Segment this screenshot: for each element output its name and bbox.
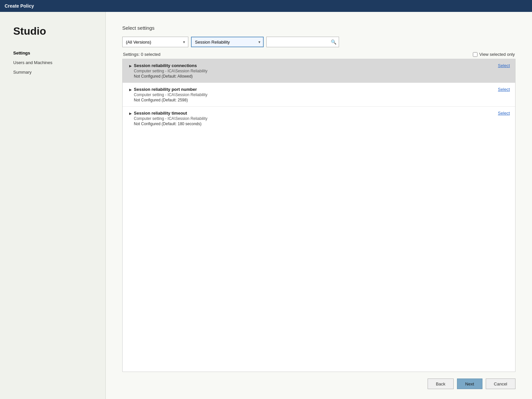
- select-link-1[interactable]: Select: [498, 63, 510, 68]
- category-dropdown[interactable]: Session Reliability ICA Bandwidth: [191, 37, 264, 47]
- expand-arrow-1: ▶: [129, 64, 132, 68]
- setting-item-1[interactable]: ▶ Session reliability connections Comput…: [123, 59, 515, 83]
- expand-arrow-3: ▶: [129, 112, 132, 115]
- settings-count: Settings: 0 selected: [123, 52, 160, 57]
- title-bar-label: Create Policy: [5, 3, 34, 9]
- setting-item-3-content: ▶ Session reliability timeout Computer s…: [129, 111, 208, 126]
- sidebar-item-summary[interactable]: Summary: [13, 70, 95, 75]
- search-input[interactable]: [266, 37, 339, 47]
- search-box-wrapper: 🔍: [266, 37, 339, 47]
- view-selected-checkbox[interactable]: [473, 52, 477, 57]
- setting-name-2: Session reliability port number: [134, 87, 208, 92]
- section-title: Select settings: [122, 25, 515, 31]
- content-area: Select settings (All Versions) XenApp 7.…: [106, 12, 532, 399]
- setting-item-3[interactable]: ▶ Session reliability timeout Computer s…: [123, 107, 515, 130]
- settings-bar: Settings: 0 selected View selected only: [122, 52, 515, 57]
- sidebar-item-settings[interactable]: Settings: [13, 51, 95, 55]
- setting-desc-3: Computer setting - ICA\Session Reliabili…: [134, 116, 208, 121]
- setting-desc-2: Computer setting - ICA\Session Reliabili…: [134, 92, 208, 97]
- setting-desc-1: Computer setting - ICA\Session Reliabili…: [134, 69, 208, 73]
- title-bar: Create Policy: [0, 0, 532, 12]
- setting-text-3: Session reliability timeout Computer set…: [134, 111, 208, 126]
- main-container: Studio Settings Users and Machines Summa…: [0, 12, 532, 399]
- sidebar-item-users-machines[interactable]: Users and Machines: [13, 60, 95, 65]
- view-selected-wrapper: View selected only: [473, 52, 515, 57]
- setting-text-1: Session reliability connections Computer…: [134, 63, 208, 79]
- setting-name-1: Session reliability connections: [134, 63, 208, 68]
- back-button[interactable]: Back: [428, 379, 454, 389]
- setting-status-3: Not Configured (Default: 180 seconds): [134, 122, 208, 126]
- sidebar-title: Studio: [13, 25, 95, 37]
- setting-item-1-content: ▶ Session reliability connections Comput…: [129, 63, 208, 79]
- expand-arrow-2: ▶: [129, 88, 132, 91]
- versions-dropdown-wrapper: (All Versions) XenApp 7.6 XenDesktop 7.6…: [122, 37, 188, 47]
- sidebar: Studio Settings Users and Machines Summa…: [0, 12, 106, 399]
- sidebar-nav: Settings Users and Machines Summary: [13, 51, 95, 75]
- versions-dropdown[interactable]: (All Versions) XenApp 7.6 XenDesktop 7.6: [122, 37, 188, 47]
- setting-item-2-content: ▶ Session reliability port number Comput…: [129, 87, 208, 102]
- setting-name-3: Session reliability timeout: [134, 111, 208, 116]
- select-link-2[interactable]: Select: [498, 87, 510, 92]
- view-selected-label: View selected only: [479, 52, 515, 57]
- footer-buttons: Back Next Cancel: [122, 372, 515, 389]
- next-button[interactable]: Next: [457, 379, 482, 389]
- setting-status-1: Not Configured (Default: Allowed): [134, 74, 208, 79]
- cancel-button[interactable]: Cancel: [486, 379, 515, 389]
- select-link-3[interactable]: Select: [498, 111, 510, 116]
- settings-list: ▶ Session reliability connections Comput…: [122, 59, 515, 372]
- category-dropdown-wrapper: Session Reliability ICA Bandwidth ▼: [191, 37, 264, 47]
- setting-status-2: Not Configured (Default: 2598): [134, 98, 208, 102]
- setting-text-2: Session reliability port number Computer…: [134, 87, 208, 102]
- setting-item-2[interactable]: ▶ Session reliability port number Comput…: [123, 83, 515, 107]
- filters-row: (All Versions) XenApp 7.6 XenDesktop 7.6…: [122, 37, 515, 47]
